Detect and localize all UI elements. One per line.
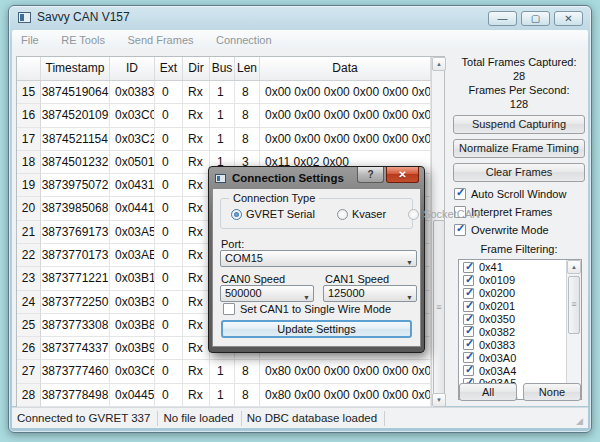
cell-data: 0x00 0x00 0x00 0x00 0x00 0x00 0x... bbox=[260, 128, 431, 151]
auto-scroll-checkbox-row[interactable]: Auto Scroll Window bbox=[454, 187, 587, 200]
titlebar[interactable]: Savvy CAN V157 — ▢ ✕ bbox=[9, 6, 591, 29]
cell-timestamp: 3873985068 bbox=[41, 197, 110, 220]
cell-timestamp: 3874519064 bbox=[41, 81, 110, 104]
cell-bus: 1 bbox=[210, 81, 235, 104]
cell-rownum: 28 bbox=[17, 384, 41, 407]
desktop-background: Savvy CAN V157 — ▢ ✕ File RE Tools Send … bbox=[0, 0, 600, 442]
filter-checkbox[interactable] bbox=[463, 352, 474, 363]
filter-checkbox[interactable] bbox=[463, 301, 474, 312]
scroll-down-icon[interactable]: ▼ bbox=[432, 393, 446, 407]
col-header-ext[interactable]: Ext bbox=[155, 57, 183, 80]
cell-id: 0x0431 bbox=[110, 174, 155, 197]
maximize-button[interactable]: ▢ bbox=[521, 11, 550, 26]
filter-scrollbar-thumb[interactable]: ≡ bbox=[568, 276, 580, 334]
cell-dir: Rx bbox=[183, 314, 210, 337]
menu-re-tools[interactable]: RE Tools bbox=[52, 31, 114, 46]
filter-id-label: 0x41 bbox=[479, 261, 503, 273]
cell-bus: 1 bbox=[210, 128, 235, 151]
filter-checkbox[interactable] bbox=[463, 288, 474, 299]
col-header-len[interactable]: Len bbox=[235, 57, 260, 80]
radio-gvret-label: GVRET Serial bbox=[246, 208, 315, 220]
dialog-help-button[interactable]: ? bbox=[357, 167, 384, 183]
filter-list-item[interactable]: 0x0383 bbox=[459, 338, 566, 351]
fps-label: Frames Per Second: bbox=[451, 84, 587, 96]
filter-list-item[interactable]: 0x0382 bbox=[459, 325, 566, 338]
clear-frames-button[interactable]: Clear Frames bbox=[453, 163, 585, 182]
filter-list-item[interactable]: 0x03A4 bbox=[459, 364, 566, 377]
can0-speed-combobox[interactable]: 500000 ▼ bbox=[220, 285, 314, 302]
dialog-close-button[interactable]: ✕ bbox=[386, 167, 419, 183]
filter-checkbox[interactable] bbox=[463, 339, 474, 350]
cell-id: 0x03A5 bbox=[110, 221, 155, 244]
radio-kvaser[interactable]: Kvaser bbox=[337, 208, 386, 220]
filter-checkbox[interactable] bbox=[463, 314, 474, 325]
table-row[interactable]: 16 3874520109 0x03C0 0 Rx 1 8 0x00 0x00 … bbox=[17, 104, 431, 127]
auto-scroll-checkbox[interactable] bbox=[454, 188, 466, 200]
cell-id: 0x03B3 bbox=[110, 291, 155, 314]
cell-rownum: 18 bbox=[17, 151, 41, 174]
col-header-timestamp[interactable]: Timestamp bbox=[41, 57, 110, 80]
filter-all-button[interactable]: All bbox=[459, 383, 517, 401]
cell-timestamp: 3874521154 bbox=[41, 128, 110, 151]
filter-list-item[interactable]: 0x0109 bbox=[459, 274, 566, 287]
filter-scroll-up-icon[interactable]: ▲ bbox=[567, 260, 581, 274]
can0-speed-value: 500000 bbox=[225, 287, 262, 299]
frame-filtering-label: Frame Filtering: bbox=[451, 243, 587, 255]
suspend-capturing-button[interactable]: Suspend Capturing bbox=[453, 115, 585, 134]
filter-none-button[interactable]: None bbox=[523, 383, 581, 401]
close-button[interactable]: ✕ bbox=[554, 11, 583, 26]
radio-gvret-serial[interactable]: GVRET Serial bbox=[231, 208, 315, 220]
filter-list-item[interactable]: 0x41 bbox=[459, 261, 566, 274]
menu-send-frames[interactable]: Send Frames bbox=[118, 31, 202, 46]
table-scrollbar[interactable]: ▲ ≡ ▼ bbox=[431, 57, 444, 407]
can1-speed-combobox[interactable]: 125000 ▼ bbox=[323, 285, 417, 302]
auto-scroll-label: Auto Scroll Window bbox=[471, 188, 566, 200]
scroll-up-icon[interactable]: ▲ bbox=[432, 57, 446, 71]
normalize-frame-timing-button[interactable]: Normalize Frame Timing bbox=[453, 139, 585, 158]
single-wire-checkbox-row[interactable]: Set CAN1 to Single Wire Mode bbox=[223, 303, 391, 315]
overwrite-mode-checkbox[interactable] bbox=[454, 224, 466, 236]
port-combobox[interactable]: COM15 ▼ bbox=[220, 250, 417, 267]
table-row[interactable]: 27 3873777460 0x03C6 0 Rx 1 8 0x80 0x00 … bbox=[17, 360, 431, 383]
table-row[interactable]: 17 3874521154 0x03C2 0 Rx 1 8 0x00 0x00 … bbox=[17, 128, 431, 151]
cell-id: 0x03B1 bbox=[110, 267, 155, 290]
sidebar: Total Frames Captured: 28 Frames Per Sec… bbox=[451, 55, 587, 402]
scrollbar-thumb[interactable]: ≡ bbox=[433, 220, 445, 396]
filter-items-container: 0x41 0x0109 0x0200 0x0201 0x0350 0x0382 … bbox=[459, 261, 566, 400]
filter-id-label: 0x0382 bbox=[479, 326, 515, 338]
cell-bus: 1 bbox=[210, 384, 235, 407]
filter-list-item[interactable]: 0x03A0 bbox=[459, 351, 566, 364]
menu-connection[interactable]: Connection bbox=[207, 31, 281, 46]
filter-checkbox[interactable] bbox=[463, 365, 474, 376]
filter-checkbox[interactable] bbox=[463, 262, 474, 273]
table-row[interactable]: 15 3874519064 0x0383 0 Rx 1 8 0x00 0x00 … bbox=[17, 81, 431, 104]
cell-ext: 0 bbox=[155, 360, 183, 383]
cell-id: 0x03C0 bbox=[110, 104, 155, 127]
filter-list-scrollbar[interactable]: ▲ ≡ ▼ bbox=[566, 260, 581, 399]
resize-grip-icon[interactable]: ◢ bbox=[576, 416, 586, 426]
overwrite-mode-checkbox-row[interactable]: Overwrite Mode bbox=[454, 223, 587, 236]
combo-arrow-icon: ▼ bbox=[406, 255, 413, 270]
single-wire-checkbox[interactable] bbox=[223, 303, 235, 315]
col-header-data[interactable]: Data bbox=[260, 57, 431, 80]
cell-rownum: 25 bbox=[17, 314, 41, 337]
table-row[interactable]: 28 3873778498 0x0445 0 Rx 1 8 0x80 0x00 … bbox=[17, 384, 431, 407]
col-header-dir[interactable]: Dir bbox=[183, 57, 210, 80]
minimize-button[interactable]: — bbox=[488, 11, 517, 26]
dialog-titlebar[interactable]: Connection Settings ? ✕ bbox=[212, 170, 421, 189]
cell-dir: Rx bbox=[183, 151, 210, 174]
overwrite-mode-label: Overwrite Mode bbox=[471, 224, 549, 236]
filter-list-item[interactable]: 0x0350 bbox=[459, 313, 566, 326]
filter-list-item[interactable]: 0x0200 bbox=[459, 287, 566, 300]
col-header-bus[interactable]: Bus bbox=[210, 57, 235, 80]
radio-socketcan[interactable]: SocketCAN bbox=[408, 208, 480, 220]
filter-checkbox[interactable] bbox=[463, 275, 474, 286]
update-settings-button[interactable]: Update Settings bbox=[221, 320, 412, 338]
menu-file[interactable]: File bbox=[12, 31, 48, 46]
col-header-rownum[interactable] bbox=[17, 57, 41, 80]
cell-dir: Rx bbox=[183, 81, 210, 104]
col-header-id[interactable]: ID bbox=[110, 57, 155, 80]
filter-list-item[interactable]: 0x0201 bbox=[459, 300, 566, 313]
cell-id: 0x03B8 bbox=[110, 314, 155, 337]
filter-checkbox[interactable] bbox=[463, 326, 474, 337]
